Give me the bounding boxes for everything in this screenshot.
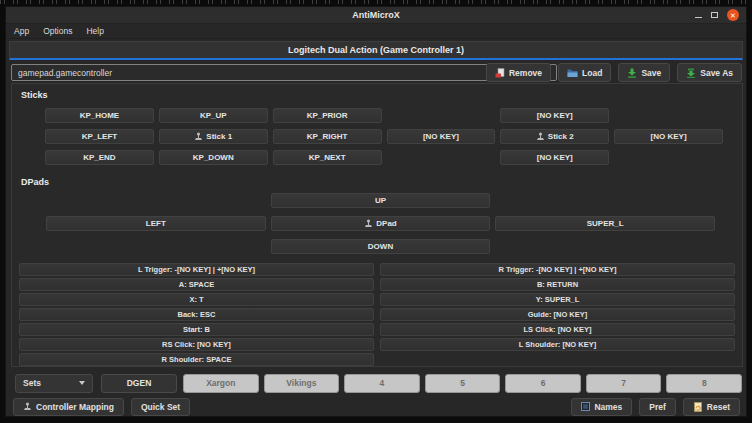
button-label: L Shoulder: [NO KEY]	[519, 340, 596, 349]
button-label: KP_RIGHT	[307, 132, 347, 141]
reset-button[interactable]: Reset	[683, 398, 740, 416]
remove-button[interactable]: Remove	[486, 63, 551, 82]
load-icon	[567, 68, 578, 78]
assignment-button-r-trigger[interactable]: R Trigger: -[NO KEY] | +[NO KEY]	[380, 263, 735, 276]
set-button-4[interactable]: 4	[344, 374, 420, 393]
joystick-icon	[194, 132, 203, 141]
assignment-button-ls-click[interactable]: LS Click: [NO KEY]	[380, 323, 735, 336]
stick-assign-button-stick-2[interactable]: Stick 2	[500, 129, 609, 144]
stick-assign-button-kp-next[interactable]: KP_NEXT	[273, 150, 382, 165]
joystick-icon	[23, 402, 32, 411]
reset-icon	[693, 402, 703, 412]
set-button-6[interactable]: 6	[505, 374, 581, 393]
controller-mapping-button[interactable]: Controller Mapping	[13, 398, 124, 416]
stick-assign-button-kp-prior[interactable]: KP_PRIOR	[273, 108, 382, 123]
profile-combo[interactable]: gamepad.gamecontroller	[11, 64, 557, 81]
names-button[interactable]: Names	[571, 398, 632, 416]
pref-button[interactable]: Pref	[639, 398, 676, 416]
stick-assign-button-stick-1[interactable]: Stick 1	[159, 129, 268, 144]
minimize-icon[interactable]	[695, 17, 702, 18]
dpads-section-title: DPads	[21, 177, 735, 187]
stick-assign-button-kp-down[interactable]: KP_DOWN	[159, 150, 268, 165]
assignment-button-x[interactable]: X: T	[19, 293, 374, 306]
button-label: A: SPACE	[179, 280, 214, 289]
menu-options[interactable]: Options	[43, 26, 72, 36]
empty-cell	[380, 353, 735, 366]
assignment-button-guide[interactable]: Guide: [NO KEY]	[380, 308, 735, 321]
pref-label: Pref	[649, 402, 666, 412]
joystick-icon	[364, 219, 373, 228]
button-label: DOWN	[368, 242, 393, 251]
quick-set-button[interactable]: Quick Set	[131, 398, 190, 416]
button-label: [NO KEY]	[423, 132, 459, 141]
button-label: B: RETURN	[537, 280, 578, 289]
stick-assign-button-kp-end[interactable]: KP_END	[45, 150, 154, 165]
dpad-down-button[interactable]: DOWN	[271, 239, 491, 254]
title-bar: AntiMicroX	[6, 7, 746, 24]
dpad-left-button[interactable]: LEFT	[46, 216, 266, 231]
set-button-5[interactable]: 5	[425, 374, 501, 393]
button-label: Start: B	[183, 325, 210, 334]
button-label: Y: SUPER_L	[536, 295, 580, 304]
assignment-button-a[interactable]: A: SPACE	[19, 278, 374, 291]
load-button[interactable]: Load	[558, 63, 611, 82]
sticks-grid: KP_HOMEKP_UPKP_PRIOR[NO KEY]KP_LEFTStick…	[45, 108, 723, 165]
maximize-icon[interactable]	[711, 12, 718, 18]
save-as-icon	[686, 68, 696, 78]
stick-assign-button-no-key[interactable]: [NO KEY]	[387, 129, 496, 144]
dpad-up-button[interactable]: UP	[271, 193, 491, 208]
button-label: X: T	[189, 295, 203, 304]
assignment-button-y[interactable]: Y: SUPER_L	[380, 293, 735, 306]
assignment-button-start[interactable]: Start: B	[19, 323, 374, 336]
assignment-button-r-shoulder[interactable]: R Shoulder: SPACE	[19, 353, 374, 366]
assignment-button-back[interactable]: Back: ESC	[19, 308, 374, 321]
button-label: [NO KEY]	[537, 153, 573, 162]
button-label: LS Click: [NO KEY]	[524, 325, 592, 334]
profile-combo-value: gamepad.gamecontroller	[18, 68, 112, 78]
set-button-8[interactable]: 8	[666, 374, 742, 393]
save-button[interactable]: Save	[618, 63, 670, 82]
main-panel: Sticks KP_HOMEKP_UPKP_PRIOR[NO KEY]KP_LE…	[11, 83, 743, 367]
empty-cell	[387, 150, 496, 165]
assignment-button-l-trigger[interactable]: L Trigger: -[NO KEY] | +[NO KEY]	[19, 263, 374, 276]
button-label: R Trigger: -[NO KEY] | +[NO KEY]	[498, 265, 616, 274]
button-label: DPad	[376, 219, 396, 228]
active-set-button[interactable]: DGEN	[101, 374, 177, 393]
save-as-button[interactable]: Save As	[677, 63, 742, 82]
button-label: Stick 2	[548, 132, 574, 141]
set-button-vikings[interactable]: Vikings	[264, 374, 340, 393]
assignment-button-l-shoulder[interactable]: L Shoulder: [NO KEY]	[380, 338, 735, 351]
stick-assign-button-kp-right[interactable]: KP_RIGHT	[273, 129, 382, 144]
remove-button-label: Remove	[509, 68, 542, 78]
assignment-button-rs-click[interactable]: RS Click: [NO KEY]	[19, 338, 374, 351]
stick-assign-button-kp-home[interactable]: KP_HOME	[45, 108, 154, 123]
sets-list: XargonVikings45678	[183, 374, 742, 393]
assignment-button-b[interactable]: B: RETURN	[380, 278, 735, 291]
remove-icon	[495, 68, 505, 78]
stick-assign-button-kp-up[interactable]: KP_UP	[159, 108, 268, 123]
stick-assign-button-kp-left[interactable]: KP_LEFT	[45, 129, 154, 144]
set-button-7[interactable]: 7	[586, 374, 662, 393]
set-button-xargon[interactable]: Xargon	[183, 374, 259, 393]
button-label: KP_END	[83, 153, 115, 162]
stick-assign-button-no-key[interactable]: [NO KEY]	[614, 129, 723, 144]
dpad-right-button[interactable]: SUPER_L	[495, 216, 715, 231]
controller-tab[interactable]: Logitech Dual Action (Game Controller 1)	[9, 41, 743, 60]
controller-tab-label: Logitech Dual Action (Game Controller 1)	[288, 45, 464, 55]
load-button-label: Load	[582, 68, 602, 78]
empty-cell	[387, 108, 496, 123]
assignments-grid: L Trigger: -[NO KEY] | +[NO KEY]R Trigge…	[19, 263, 735, 366]
menu-help[interactable]: Help	[86, 26, 103, 36]
sets-dropdown[interactable]: Sets	[15, 374, 93, 393]
stick-assign-button-no-key[interactable]: [NO KEY]	[500, 150, 609, 165]
button-label: L Trigger: -[NO KEY] | +[NO KEY]	[138, 265, 255, 274]
empty-cell	[46, 239, 266, 254]
stick-assign-button-no-key[interactable]: [NO KEY]	[500, 108, 609, 123]
save-as-button-label: Save As	[700, 68, 733, 78]
dpad-center-button[interactable]: DPad	[271, 216, 491, 231]
window-controls	[695, 9, 746, 21]
menu-app[interactable]: App	[14, 26, 29, 36]
button-label: KP_HOME	[80, 111, 120, 120]
close-icon[interactable]	[727, 9, 739, 21]
button-label: Stick 1	[206, 132, 232, 141]
